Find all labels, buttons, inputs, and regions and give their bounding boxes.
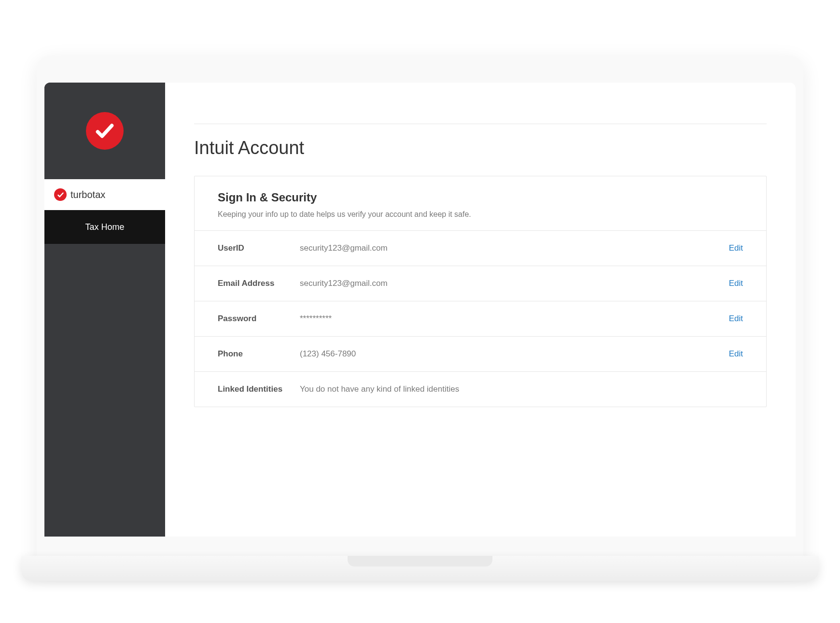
row-value: security123@gmail.com — [300, 279, 729, 288]
signin-security-card: Sign In & Security Keeping your info up … — [194, 176, 767, 407]
top-divider — [194, 97, 767, 124]
card-title: Sign In & Security — [218, 191, 743, 204]
laptop-base — [21, 556, 819, 581]
row-linked-identities: Linked Identities You do not have any ki… — [195, 372, 766, 407]
row-label: Email Address — [218, 279, 300, 288]
main-content: Intuit Account Sign In & Security Keepin… — [165, 83, 796, 537]
sidebar-item-label: Tax Home — [85, 222, 124, 232]
laptop-frame: turbotax Tax Home Intuit Account Sign In… — [37, 56, 803, 567]
laptop-notch — [348, 556, 492, 566]
row-label: UserID — [218, 243, 300, 253]
row-label: Phone — [218, 349, 300, 359]
sidebar: turbotax Tax Home — [44, 83, 165, 537]
row-value: You do not have any kind of linked ident… — [300, 384, 743, 394]
row-value: (123) 456-7890 — [300, 349, 729, 359]
sidebar-logo-block — [44, 83, 165, 179]
row-userid: UserID security123@gmail.com Edit — [195, 231, 766, 266]
row-password: Password ********** Edit — [195, 301, 766, 337]
turbotax-logo-icon — [86, 112, 124, 150]
row-label: Password — [218, 314, 300, 324]
edit-email-link[interactable]: Edit — [729, 279, 743, 288]
row-email: Email Address security123@gmail.com Edit — [195, 266, 766, 301]
card-subtitle: Keeping your info up to date helps us ve… — [218, 210, 743, 219]
card-header: Sign In & Security Keeping your info up … — [195, 176, 766, 231]
row-label: Linked Identities — [218, 384, 300, 394]
page-title: Intuit Account — [194, 138, 767, 158]
edit-userid-link[interactable]: Edit — [729, 243, 743, 253]
brand-row[interactable]: turbotax — [44, 179, 165, 210]
row-value: security123@gmail.com — [300, 243, 729, 253]
brand-text: turbotax — [70, 189, 105, 200]
edit-phone-link[interactable]: Edit — [729, 349, 743, 359]
row-value: ********** — [300, 314, 729, 324]
turbotax-mini-icon — [54, 188, 67, 201]
sidebar-item-tax-home[interactable]: Tax Home — [44, 210, 165, 244]
row-phone: Phone (123) 456-7890 Edit — [195, 337, 766, 372]
edit-password-link[interactable]: Edit — [729, 314, 743, 324]
app-screen: turbotax Tax Home Intuit Account Sign In… — [44, 83, 796, 537]
